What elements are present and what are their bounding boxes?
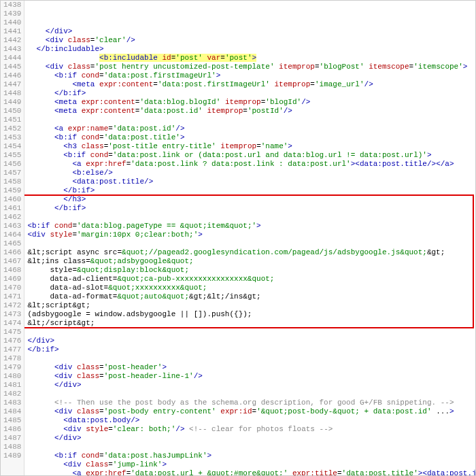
line-number: 1452 [3, 124, 21, 133]
code-line[interactable]: </b:includable> [27, 45, 475, 54]
code-line[interactable] [27, 213, 475, 222]
code-line[interactable]: <div class='clear'/> [27, 36, 475, 45]
line-number: 1472 [3, 301, 21, 310]
code-line[interactable]: &lt;script&gt; [27, 301, 475, 310]
code-line[interactable]: <div class='post-body entry-content' exp… [27, 407, 475, 416]
line-number: 1477 [3, 345, 21, 354]
line-number: 1454 [3, 142, 21, 151]
code-line[interactable]: </b:if> [27, 204, 475, 213]
line-number: 1484 [3, 407, 21, 416]
line-number: 1441 [3, 27, 21, 36]
line-number: 1480 [3, 372, 21, 381]
code-line[interactable]: </b:if> [27, 345, 475, 354]
code-line[interactable]: </div> [27, 337, 475, 345]
code-line[interactable]: <div class='post-header'> [27, 363, 475, 372]
code-line[interactable]: <div style='clear: both;'/> <!-- clear f… [27, 425, 475, 434]
code-line[interactable]: <a expr:name='data:post.id'/> [27, 124, 475, 133]
line-number: 1458 [3, 177, 21, 186]
code-line[interactable]: </h3> [27, 195, 475, 204]
line-number: 1438 [3, 1, 21, 10]
code-line[interactable] [27, 116, 475, 124]
code-line[interactable]: <h3 class='post-title entry-title' itemp… [27, 142, 475, 151]
line-number: 1447 [3, 80, 21, 89]
code-line[interactable]: (adsbygoogle = window.adsbygoogle || [])… [27, 310, 475, 319]
code-line[interactable]: &lt;script async src=&quot;//pagead2.goo… [27, 248, 475, 257]
code-line[interactable]: &lt;/script&gt; [27, 319, 475, 328]
code-line[interactable] [27, 239, 475, 248]
line-number: 1440 [3, 18, 21, 27]
line-number: 1451 [3, 116, 21, 124]
line-number: 1468 [3, 266, 21, 275]
code-line[interactable]: data-ad-format=&quot;auto&quot;&gt;&lt;/… [27, 292, 475, 301]
line-number: 1465 [3, 239, 21, 248]
line-number: 1469 [3, 275, 21, 284]
line-number: 1488 [3, 443, 21, 452]
line-number: 1448 [3, 89, 21, 98]
line-number: 1462 [3, 213, 21, 222]
line-number: 1473 [3, 310, 21, 319]
code-line[interactable]: data-ad-slot=&quot;xxxxxxxxxx&quot; [27, 284, 475, 292]
code-line[interactable]: </div> [27, 381, 475, 390]
line-number: 1475 [3, 328, 21, 337]
line-number: 1446 [3, 71, 21, 80]
line-number: 1471 [3, 292, 21, 301]
line-number: 1464 [3, 231, 21, 239]
code-line[interactable]: <data:post.title/> [27, 177, 475, 186]
line-number: 1467 [3, 257, 21, 266]
code-line[interactable] [27, 328, 475, 337]
code-line[interactable] [27, 390, 475, 398]
code-line[interactable]: <div class='jump-link'> [27, 460, 475, 469]
line-number: 1489 [3, 452, 21, 460]
code-line[interactable]: <meta expr:content='data:post.firstImage… [27, 80, 475, 89]
code-line[interactable]: <b:includable id='post' var='post'> [27, 54, 475, 63]
line-number: 1483 [3, 398, 21, 407]
code-line[interactable]: <b:if cond='data:post.firstImageUrl'> [27, 71, 475, 80]
line-number: 1459 [3, 186, 21, 195]
line-number: 1442 [3, 36, 21, 45]
code-line[interactable]: <b:if cond='data:post.hasJumpLink'> [27, 452, 475, 460]
line-number: 1461 [3, 204, 21, 213]
line-number: 1486 [3, 425, 21, 434]
line-number: 1476 [3, 337, 21, 345]
code-line[interactable]: <b:if cond='data:blog.pageType == &quot;… [27, 222, 475, 231]
line-number: 1449 [3, 98, 21, 107]
code-line[interactable]: <!-- Then use the post body as the schem… [27, 398, 475, 407]
code-line[interactable]: <div class='post-header-line-1'/> [27, 372, 475, 381]
code-line[interactable]: <data:post.body/> [27, 416, 475, 425]
line-number: 1463 [3, 222, 21, 231]
line-number: 1460 [3, 195, 21, 204]
code-line[interactable]: </b:if> [27, 186, 475, 195]
code-line[interactable]: data-ad-client=&quot;ca-pub-xxxxxxxxxxxx… [27, 275, 475, 284]
code-area[interactable]: </div> <div class='clear'/> </b:includab… [24, 1, 475, 475]
code-line[interactable]: &lt;ins class=&quot;adsbygoogle&quot; [27, 257, 475, 266]
code-line[interactable]: </b:if> [27, 89, 475, 98]
code-line[interactable]: <b:if cond='data:post.title'> [27, 133, 475, 142]
code-line[interactable] [27, 354, 475, 363]
line-number: 1453 [3, 133, 21, 142]
line-number: 1485 [3, 416, 21, 425]
code-line[interactable]: <b:else/> [27, 169, 475, 177]
code-line[interactable]: style=&quot;display:block&quot; [27, 266, 475, 275]
code-line[interactable]: <b:if cond='data:post.link or (data:post… [27, 151, 475, 160]
line-number: 1444 [3, 54, 21, 63]
line-number: 1443 [3, 45, 21, 54]
code-line[interactable]: </div> [27, 27, 475, 36]
code-editor[interactable]: 1438143914401441144214431444144514461447… [0, 0, 476, 476]
line-number: 1470 [3, 284, 21, 292]
code-line[interactable]: <div class='post hentry uncustomized-pos… [27, 63, 475, 71]
line-number: 1474 [3, 319, 21, 328]
line-number: 1450 [3, 107, 21, 116]
code-line[interactable]: <a expr:href='data:post.url + &quot;#mor… [27, 469, 475, 475]
code-line[interactable]: </div> [27, 434, 475, 443]
code-line[interactable]: <meta expr:content='data:post.id' itempr… [27, 107, 475, 116]
line-number: 1466 [3, 248, 21, 257]
line-number: 1479 [3, 363, 21, 372]
code-line[interactable]: <div style='margin:10px 0;clear:both;'> [27, 231, 475, 239]
line-number-gutter: 1438143914401441144214431444144514461447… [1, 1, 24, 475]
line-number: 1457 [3, 169, 21, 177]
code-line[interactable]: <meta expr:content='data:blog.blogId' it… [27, 98, 475, 107]
line-number: 1456 [3, 160, 21, 169]
line-number: 1439 [3, 10, 21, 18]
code-line[interactable]: <a expr:href='data:post.link ? data:post… [27, 160, 475, 169]
code-line[interactable] [27, 443, 475, 452]
